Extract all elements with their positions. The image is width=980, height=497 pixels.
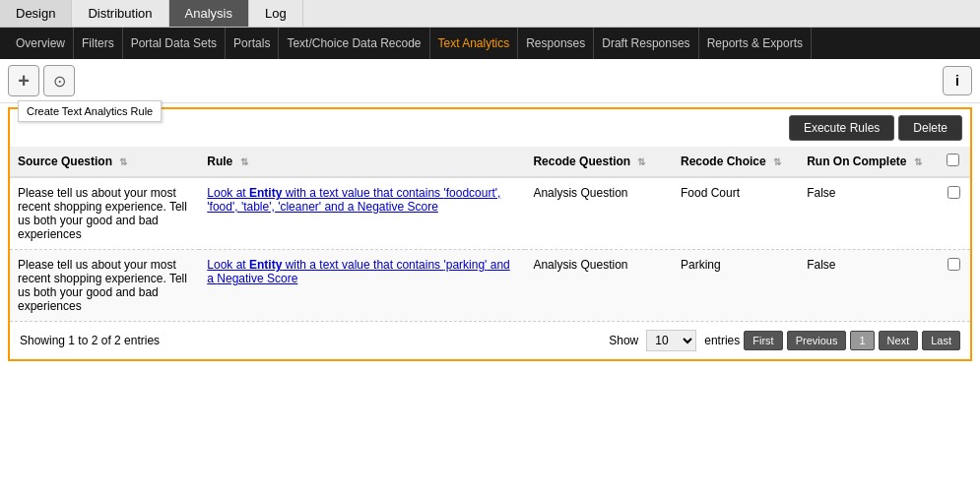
rule-link-1[interactable]: Look at Entity with a text value that co…	[207, 186, 500, 214]
tab-design[interactable]: Design	[0, 0, 72, 27]
show-label: Show	[609, 334, 638, 347]
row-2-checkbox[interactable]	[947, 258, 960, 271]
next-page-button[interactable]: Next	[879, 331, 919, 350]
row-checkbox-cell-1	[939, 177, 970, 250]
execute-rules-button[interactable]: Execute Rules	[789, 115, 894, 141]
first-page-button[interactable]: First	[744, 331, 782, 350]
add-rule-button[interactable]: +	[8, 65, 39, 96]
run-on-complete-cell-2: False	[799, 250, 939, 322]
sort-recode-q-icon[interactable]: ⇅	[637, 156, 645, 167]
delete-button[interactable]: Delete	[898, 115, 962, 141]
recode-question-cell-2: Analysis Question	[525, 250, 673, 322]
previous-page-button[interactable]: Previous	[787, 331, 847, 350]
last-page-button[interactable]: Last	[922, 331, 960, 350]
select-all-checkbox[interactable]	[947, 154, 959, 166]
tab-distribution[interactable]: Distribution	[72, 0, 168, 27]
rule-cell-1: Look at Entity with a text value that co…	[199, 177, 525, 250]
nav-portal-data-sets[interactable]: Portal Data Sets	[123, 28, 226, 59]
recode-choice-cell-1: Food Court	[673, 177, 799, 250]
table-row: Please tell us about your most recent sh…	[10, 177, 970, 250]
tab-analysis[interactable]: Analysis	[169, 0, 249, 27]
row-checkbox-cell-2	[939, 250, 970, 322]
recode-question-cell-1: Analysis Question	[525, 177, 673, 250]
recode-choice-cell-2: Parking	[673, 250, 799, 322]
run-on-complete-cell-1: False	[799, 177, 939, 250]
nav-text-choice-data-recode[interactable]: Text/Choice Data Recode	[279, 28, 429, 59]
sort-recode-c-icon[interactable]: ⇅	[773, 156, 781, 167]
table-row: Please tell us about your most recent sh…	[10, 250, 970, 322]
col-header-run-on-complete: Run On Complete ⇅	[799, 147, 939, 177]
show-entries-select[interactable]: 10 25 50 100	[646, 330, 696, 351]
sort-source-icon[interactable]: ⇅	[119, 156, 127, 167]
sort-rule-icon[interactable]: ⇅	[240, 156, 248, 167]
rule-link-2[interactable]: Look at Entity with a text value that co…	[207, 258, 509, 285]
gauge-button[interactable]: ⊙	[43, 65, 75, 96]
info-button[interactable]: i	[943, 66, 972, 95]
col-header-source-question: Source Question ⇅	[10, 147, 199, 177]
nav-responses[interactable]: Responses	[518, 28, 594, 59]
nav-text-analytics[interactable]: Text Analytics	[430, 28, 519, 59]
nav-filters[interactable]: Filters	[74, 28, 123, 59]
rule-cell-2: Look at Entity with a text value that co…	[199, 250, 525, 322]
col-header-rule: Rule ⇅	[199, 147, 525, 177]
row-1-checkbox[interactable]	[947, 186, 960, 199]
create-rule-tooltip: Create Text Analytics Rule	[18, 100, 162, 122]
source-question-cell-1: Please tell us about your most recent sh…	[10, 177, 199, 250]
nav-draft-responses[interactable]: Draft Responses	[594, 28, 698, 59]
sort-run-icon[interactable]: ⇅	[914, 156, 922, 167]
col-header-recode-question: Recode Question ⇅	[525, 147, 673, 177]
pagination-controls: Show 10 25 50 100 entries First Previous…	[609, 330, 960, 351]
tab-log[interactable]: Log	[249, 0, 303, 27]
entries-label: entries	[704, 334, 740, 347]
source-question-cell-2: Please tell us about your most recent sh…	[10, 250, 199, 322]
col-header-select-all	[939, 147, 970, 177]
col-header-recode-choice: Recode Choice ⇅	[673, 147, 799, 177]
nav-overview[interactable]: Overview	[8, 28, 74, 59]
showing-entries: Showing 1 to 2 of 2 entries	[20, 334, 160, 347]
info-icon: i	[955, 73, 959, 89]
nav-portals[interactable]: Portals	[226, 28, 279, 59]
nav-reports-exports[interactable]: Reports & Exports	[699, 28, 812, 59]
page-1-button[interactable]: 1	[850, 331, 874, 350]
